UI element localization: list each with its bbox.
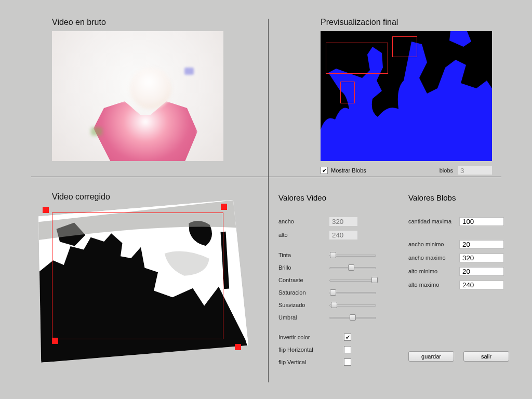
invert-checkbox[interactable]	[344, 334, 351, 341]
blobs-count-label: blobs	[440, 167, 453, 174]
height-label: alto	[278, 232, 329, 238]
invert-label: Invertir color	[278, 334, 344, 340]
smoothing-label: Suavizado	[278, 302, 329, 308]
crop-handle-tl[interactable]	[43, 207, 49, 213]
blobs-count-value	[458, 166, 492, 175]
smoothing-slider[interactable]	[329, 301, 376, 309]
blob-box	[392, 36, 417, 57]
threshold-slider[interactable]	[329, 314, 376, 321]
crop-handle-tr[interactable]	[221, 204, 227, 210]
min-h-label: alto minimo	[408, 268, 459, 274]
raw-video-preview	[52, 31, 223, 161]
saturation-slider[interactable]	[329, 289, 376, 296]
corrected-video-preview[interactable]	[36, 206, 244, 356]
contrast-label: Contraste	[278, 277, 329, 283]
min-w-label: ancho minimo	[408, 241, 459, 247]
raw-video-heading: Video en bruto	[52, 18, 106, 27]
blob-box	[340, 82, 355, 103]
min-w-field[interactable]	[459, 240, 504, 249]
values-video-heading: Valores Video	[278, 193, 393, 202]
flip-h-label: flip Horizontal	[278, 347, 344, 353]
tint-label: Tinta	[278, 252, 329, 258]
flip-v-checkbox[interactable]	[344, 358, 351, 366]
max-h-field[interactable]	[459, 281, 504, 289]
blob-box	[326, 43, 388, 74]
max-w-label: ancho maximo	[408, 255, 459, 261]
min-h-field[interactable]	[459, 267, 504, 276]
save-button[interactable]: guardar	[408, 351, 454, 362]
final-preview	[321, 31, 492, 161]
crop-frame[interactable]	[52, 212, 223, 339]
width-label: ancho	[278, 218, 329, 224]
threshold-label: Umbral	[278, 314, 329, 321]
max-w-field[interactable]	[459, 254, 504, 262]
values-blobs-heading: Valores Blobs	[408, 193, 522, 202]
exit-button[interactable]: salir	[463, 351, 509, 362]
brightness-label: Brillo	[278, 264, 329, 271]
crop-handle-bl[interactable]	[52, 338, 58, 344]
contrast-slider[interactable]	[329, 276, 376, 284]
flip-v-label: flip Vertical	[278, 359, 344, 365]
brightness-slider[interactable]	[329, 264, 376, 271]
width-field	[329, 217, 357, 226]
vertical-divider	[268, 19, 269, 382]
corrected-video-heading: Video corregido	[52, 192, 110, 202]
saturation-label: Saturacion	[278, 289, 329, 296]
max-h-label: alto maximo	[408, 282, 459, 288]
horizontal-divider	[31, 177, 501, 177]
crop-handle-br[interactable]	[235, 344, 241, 350]
flip-h-checkbox[interactable]	[344, 346, 351, 353]
max-count-label: cantidad maxima	[408, 218, 459, 224]
height-field	[329, 231, 357, 240]
final-preview-heading: Previsualizacion final	[321, 18, 398, 27]
max-count-field[interactable]	[459, 217, 504, 226]
show-blobs-label: Mostrar Blobs	[331, 167, 366, 174]
tint-slider[interactable]	[329, 251, 376, 259]
show-blobs-checkbox[interactable]	[321, 167, 328, 174]
